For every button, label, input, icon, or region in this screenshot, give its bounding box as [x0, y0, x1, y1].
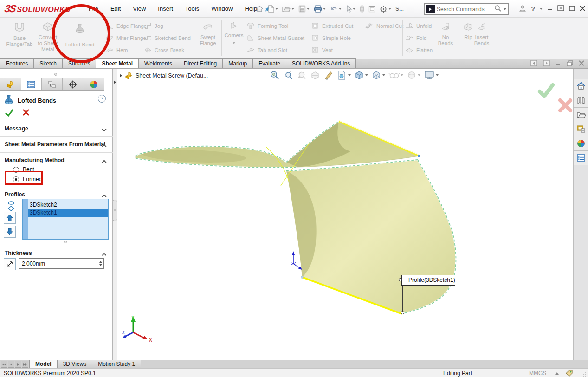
panel-collapse-handle[interactable]: [54, 73, 57, 76]
display-style-button[interactable]: [371, 70, 385, 80]
search-input[interactable]: [437, 6, 492, 13]
task-pane-design-library-tab[interactable]: [574, 93, 588, 108]
save-dropdown-arrow[interactable]: [307, 8, 310, 10]
help-button[interactable]: ?: [531, 5, 535, 13]
task-pane-view-palette-tab[interactable]: [574, 122, 588, 136]
confirmation-accept-button[interactable]: [537, 83, 555, 100]
hide-show-items-button[interactable]: [388, 70, 403, 80]
menu-file[interactable]: File: [83, 0, 104, 18]
options-viewer-button[interactable]: [367, 5, 377, 13]
bent-radio[interactable]: [13, 167, 19, 173]
ribbon-button-swept-flange[interactable]: SweptFlange: [195, 22, 221, 46]
tab-solidworks-add-ins[interactable]: SOLIDWORKS Add-Ins: [286, 58, 356, 68]
flyout-expand-arrow[interactable]: [114, 79, 116, 85]
ribbon-button-extruded-cut[interactable]: Extruded Cut: [311, 22, 353, 29]
move-profile-up-button[interactable]: [4, 212, 16, 224]
pane-right-button[interactable]: [543, 60, 550, 68]
tab-configuration-manager[interactable]: [42, 78, 63, 90]
print-dropdown-arrow[interactable]: [323, 8, 326, 10]
apply-scene-button[interactable]: [407, 70, 420, 80]
thickness-input[interactable]: [19, 260, 97, 267]
method-collapse-chevron[interactable]: [103, 159, 106, 165]
menu-insert[interactable]: Insert: [152, 0, 179, 18]
ribbon-button-vent[interactable]: Vent: [311, 46, 333, 53]
pane-left-button[interactable]: [530, 60, 537, 68]
status-units[interactable]: MMGS: [529, 370, 546, 377]
ribbon-button-sketched-bend[interactable]: Sketched Bend: [144, 34, 191, 41]
tree-expand-arrow[interactable]: [120, 74, 122, 78]
splitter-dot[interactable]: [114, 209, 116, 211]
profile-callout[interactable]: Profile(3DSketch1): [401, 275, 455, 286]
zoom-to-area-button[interactable]: [283, 70, 293, 80]
tab-evaluate[interactable]: Evaluate: [252, 58, 286, 68]
select-dropdown-arrow[interactable]: [353, 8, 355, 10]
pm-help-button[interactable]: ?: [98, 95, 106, 103]
tab-display-manager[interactable]: [83, 78, 104, 90]
feature-tree-breadcrumb[interactable]: Sheet Metal Screw (Defau...: [120, 72, 208, 79]
tab-features[interactable]: Features: [0, 58, 34, 68]
callout-endpoint-dot[interactable]: [401, 311, 404, 314]
radio-bent-row[interactable]: Bent: [13, 166, 34, 173]
settings-dropdown-arrow[interactable]: [388, 8, 391, 10]
section-thickness-header[interactable]: Thickness: [5, 250, 32, 256]
confirmation-cancel-button[interactable]: [557, 98, 573, 115]
profile-list-item-selected[interactable]: 3DSketch1: [28, 209, 108, 217]
tab-direct-editing[interactable]: Direct Editing: [178, 58, 223, 68]
menu-tools[interactable]: Tools: [179, 0, 205, 18]
minimize-button[interactable]: [547, 6, 553, 13]
prev-tab-button[interactable]: [8, 361, 14, 368]
status-units-caret[interactable]: [555, 372, 559, 375]
resize-button[interactable]: [557, 5, 564, 13]
task-pane-custom-properties-tab[interactable]: [574, 151, 588, 165]
panel-splitter[interactable]: [113, 69, 117, 360]
ribbon-button-flatten[interactable]: Flatten: [405, 46, 433, 53]
undo-dropdown-arrow[interactable]: [339, 8, 342, 10]
ribbon-button-jog[interactable]: Jog: [144, 22, 163, 29]
status-tag-icon[interactable]: [565, 370, 573, 377]
print-button[interactable]: [312, 4, 327, 13]
rebuild-button[interactable]: [358, 4, 366, 13]
search-scope-icon[interactable]: [426, 5, 435, 13]
tab-weldments[interactable]: Weldments: [138, 58, 178, 68]
doc-minimize-button[interactable]: [556, 60, 561, 67]
maximize-button[interactable]: [569, 6, 575, 13]
search-dropdown-arrow[interactable]: [504, 8, 506, 10]
annotation-views-button[interactable]: [323, 70, 334, 80]
section-message-header[interactable]: Message: [5, 125, 28, 132]
ribbon-button-convert-to-sheet-metal[interactable]: Convertto SheetMetal: [35, 21, 60, 52]
vertex-point-blue[interactable]: [418, 155, 420, 157]
ribbon-button-lofted-bend[interactable]: Lofted-Bend: [60, 23, 99, 48]
new-dropdown-arrow[interactable]: [275, 8, 278, 10]
task-pane-file-explorer-tab[interactable]: [574, 108, 588, 122]
search-icon[interactable]: [494, 5, 502, 13]
ribbon-button-sheet-metal-gusset[interactable]: Sheet Metal Gusset: [246, 34, 304, 41]
ribbon-button-insert-bends[interactable]: InsertBends: [471, 22, 493, 46]
radio-formed-row[interactable]: Formed: [13, 176, 42, 182]
tab-surfaces[interactable]: Surfaces: [62, 58, 96, 68]
section-profiles-header[interactable]: Profiles: [5, 191, 25, 198]
first-tab-button[interactable]: [1, 361, 7, 368]
tab-motion-study[interactable]: Motion Study 1: [92, 360, 141, 368]
tab-sheet-metal[interactable]: Sheet Metal: [96, 58, 139, 68]
section-view-button[interactable]: [310, 70, 320, 80]
menu-view[interactable]: View: [127, 0, 152, 18]
thickness-direction-button[interactable]: [4, 258, 16, 270]
graphics-viewport[interactable]: Y X Z Sheet Metal Screw (Defau...: [117, 69, 573, 360]
tab-sketch[interactable]: Sketch: [33, 58, 63, 68]
ribbon-button-hem[interactable]: Hem: [106, 46, 128, 53]
menu-window[interactable]: Window: [205, 0, 239, 18]
list-resize-handle[interactable]: [64, 240, 67, 243]
view-orientation-button[interactable]: [354, 70, 368, 80]
view-settings-button[interactable]: [424, 70, 439, 80]
ribbon-button-no-bends[interactable]: NoBends: [435, 22, 456, 46]
ribbon-button-base-flange[interactable]: BaseFlange/Tab: [5, 21, 34, 47]
profiles-list[interactable]: 3DSketch2 3DSketch1: [22, 199, 109, 240]
tab-feature-manager[interactable]: [0, 78, 21, 90]
save-button[interactable]: [297, 4, 311, 13]
doc-restore-button[interactable]: [567, 60, 573, 68]
resize-grip[interactable]: [582, 371, 586, 377]
ribbon-button-tab-and-slot[interactable]: Tab and Slot: [246, 46, 287, 53]
tab-property-manager[interactable]: [21, 78, 42, 90]
params-collapse-chevron[interactable]: [103, 143, 106, 150]
ribbon-button-forming-tool[interactable]: Forming Tool: [246, 22, 288, 29]
